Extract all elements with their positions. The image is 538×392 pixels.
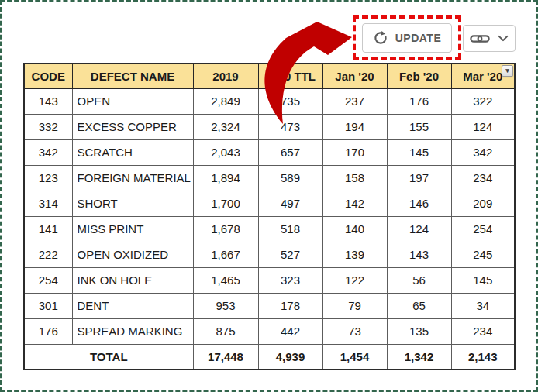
cell-2020-ttl: 657 xyxy=(258,139,322,165)
cell-defect-name: EXCESS COPPER xyxy=(72,114,193,139)
cell-2019: 1,667 xyxy=(193,242,258,267)
cell-2019: 1,700 xyxy=(193,191,258,216)
total-2019: 17,448 xyxy=(193,344,258,370)
table-row: 222 OPEN OXIDIZED 1,667 527 139 143 245 xyxy=(24,242,515,267)
cell-mar-20: 234 xyxy=(451,165,515,191)
col-header-2020-ttl: 2020 TTL xyxy=(258,64,322,88)
total-mar-20: 2,143 xyxy=(451,344,515,370)
header-row: CODE DEFECT NAME 2019 2020 TTL Jan '20 F… xyxy=(24,64,515,88)
cell-2019: 1,465 xyxy=(193,267,258,293)
col-header-feb-20: Feb '20 xyxy=(387,64,451,88)
cell-defect-name: SHORT xyxy=(72,191,193,216)
cell-2020-ttl: 473 xyxy=(258,114,322,139)
cell-2019: 1,894 xyxy=(193,165,258,191)
cell-feb-20: 197 xyxy=(387,165,451,191)
cell-mar-20: 342 xyxy=(451,139,515,165)
cell-2019: 2,849 xyxy=(193,88,258,114)
cell-code: 254 xyxy=(24,267,72,293)
cell-mar-20: 245 xyxy=(451,242,515,267)
cell-defect-name: SCRATCH xyxy=(72,139,193,165)
link-dropdown-button[interactable] xyxy=(463,25,516,52)
cell-mar-20: 254 xyxy=(451,216,515,242)
cell-defect-name: INK ON HOLE xyxy=(72,267,193,293)
cell-code: 141 xyxy=(24,216,72,242)
cell-defect-name: MISS PRINT xyxy=(72,216,193,242)
cell-defect-name: DENT xyxy=(72,293,193,318)
cell-code: 342 xyxy=(24,139,72,165)
cell-mar-20: 145 xyxy=(451,267,515,293)
col-header-code: CODE xyxy=(24,64,72,88)
table-row: 314 SHORT 1,700 497 142 146 209 xyxy=(24,191,515,216)
cell-2020-ttl: 518 xyxy=(258,216,322,242)
table-row: 123 FOREIGN MATERIAL 1,894 589 158 197 2… xyxy=(24,165,515,191)
cell-defect-name: OPEN xyxy=(72,88,193,114)
filter-dropdown-icon[interactable]: ▾ xyxy=(502,65,513,77)
col-header-2019: 2019 xyxy=(193,64,258,88)
cell-code: 176 xyxy=(24,318,72,344)
cell-feb-20: 124 xyxy=(387,216,451,242)
cell-2019: 875 xyxy=(193,318,258,344)
cell-jan-20: 158 xyxy=(322,165,387,191)
cell-code: 222 xyxy=(24,242,72,267)
cell-2020-ttl: 497 xyxy=(258,191,322,216)
cell-2020-ttl: 442 xyxy=(258,318,322,344)
cell-code: 301 xyxy=(24,293,72,318)
cell-mar-20: 209 xyxy=(451,191,515,216)
total-row: TOTAL 17,448 4,939 1,454 1,342 2,143 xyxy=(24,344,515,370)
cell-2019: 2,324 xyxy=(193,114,258,139)
cell-code: 332 xyxy=(24,114,72,139)
table-row: 176 SPREAD MARKING 875 442 73 135 234 xyxy=(24,318,515,344)
cell-jan-20: 73 xyxy=(322,318,387,344)
table-row: 342 SCRATCH 2,043 657 170 145 342 xyxy=(24,139,515,165)
cell-jan-20: 237 xyxy=(322,88,387,114)
cell-2019: 953 xyxy=(193,293,258,318)
cell-2020-ttl: 589 xyxy=(258,165,322,191)
update-button[interactable]: UPDATE xyxy=(362,23,452,53)
cell-feb-20: 56 xyxy=(387,267,451,293)
table-row: 301 DENT 953 178 79 65 34 xyxy=(24,293,515,318)
defect-table: CODE DEFECT NAME 2019 2020 TTL Jan '20 F… xyxy=(23,63,516,370)
cell-2019: 2,043 xyxy=(193,139,258,165)
refresh-icon xyxy=(373,30,388,46)
screenshot-frame: UPDATE CODE DEFECT NAME 2019 2020 TTL Ja… xyxy=(0,0,538,392)
cell-jan-20: 142 xyxy=(322,191,387,216)
cell-code: 123 xyxy=(24,165,72,191)
link-icon xyxy=(470,33,490,44)
total-jan-20: 1,454 xyxy=(322,344,387,370)
update-button-label: UPDATE xyxy=(395,32,442,44)
table-row: 143 OPEN 2,849 735 237 176 322 xyxy=(24,88,515,114)
cell-feb-20: 155 xyxy=(387,114,451,139)
cell-jan-20: 170 xyxy=(322,139,387,165)
cell-jan-20: 140 xyxy=(322,216,387,242)
table-row: 254 INK ON HOLE 1,465 323 122 56 145 xyxy=(24,267,515,293)
cell-mar-20: 124 xyxy=(451,114,515,139)
cell-defect-name: FOREIGN MATERIAL xyxy=(72,165,193,191)
table-row: 332 EXCESS COPPER 2,324 473 194 155 124 xyxy=(24,114,515,139)
cell-2020-ttl: 178 xyxy=(258,293,322,318)
total-feb-20: 1,342 xyxy=(387,344,451,370)
cell-feb-20: 176 xyxy=(387,88,451,114)
cell-feb-20: 146 xyxy=(387,191,451,216)
cell-2020-ttl: 323 xyxy=(258,267,322,293)
cell-jan-20: 122 xyxy=(322,267,387,293)
col-header-defect-name: DEFECT NAME xyxy=(72,64,193,88)
cell-jan-20: 79 xyxy=(322,293,387,318)
cell-jan-20: 194 xyxy=(322,114,387,139)
col-header-jan-20: Jan '20 xyxy=(322,64,387,88)
total-label: TOTAL xyxy=(24,344,193,370)
cell-mar-20: 234 xyxy=(451,318,515,344)
cell-feb-20: 65 xyxy=(387,293,451,318)
cell-mar-20: 34 xyxy=(451,293,515,318)
cell-mar-20: 322 xyxy=(451,88,515,114)
cell-2020-ttl: 527 xyxy=(258,242,322,267)
total-2020-ttl: 4,939 xyxy=(258,344,322,370)
chevron-down-icon xyxy=(498,35,509,42)
col-header-mar-20-label: Mar '20 xyxy=(463,70,502,83)
col-header-mar-20: Mar '20 ▾ xyxy=(451,64,515,88)
cell-jan-20: 139 xyxy=(322,242,387,267)
table-row: 141 MISS PRINT 1,678 518 140 124 254 xyxy=(24,216,515,242)
cell-feb-20: 143 xyxy=(387,242,451,267)
cell-feb-20: 145 xyxy=(387,139,451,165)
cell-defect-name: OPEN OXIDIZED xyxy=(72,242,193,267)
cell-2019: 1,678 xyxy=(193,216,258,242)
